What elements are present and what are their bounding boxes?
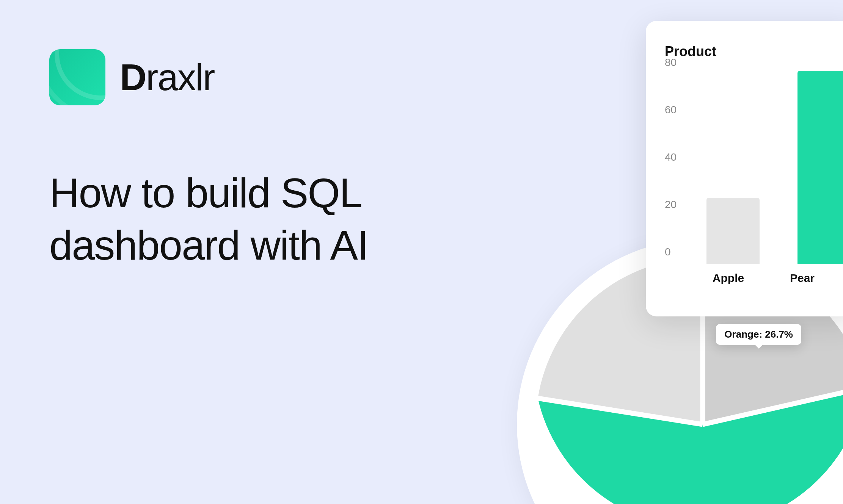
pie-tooltip: Orange: 26.7% [716, 324, 801, 345]
x-label-apple: Apple [691, 272, 765, 285]
brand-logo: Draxlr [49, 49, 214, 105]
bar-apple [706, 198, 760, 264]
bar-chart-card: Product 80 60 40 20 0 Apple Pear [646, 21, 843, 316]
y-tick: 0 [665, 246, 671, 258]
bar-pear [797, 71, 843, 264]
y-tick: 20 [665, 199, 677, 211]
bar-chart-plot: 80 60 40 20 0 [691, 75, 839, 264]
logo-icon [49, 49, 105, 105]
brand-name-rest: raxlr [146, 56, 215, 98]
bar-chart-title: Product [665, 44, 839, 59]
y-tick: 80 [665, 56, 677, 69]
x-label-pear: Pear [765, 272, 839, 285]
y-tick: 60 [665, 104, 677, 116]
brand-name-prefix: D [120, 56, 146, 98]
y-tick: 40 [665, 151, 677, 163]
page-headline: How to build SQL dashboard with AI [49, 167, 542, 271]
brand-name: Draxlr [120, 56, 214, 99]
